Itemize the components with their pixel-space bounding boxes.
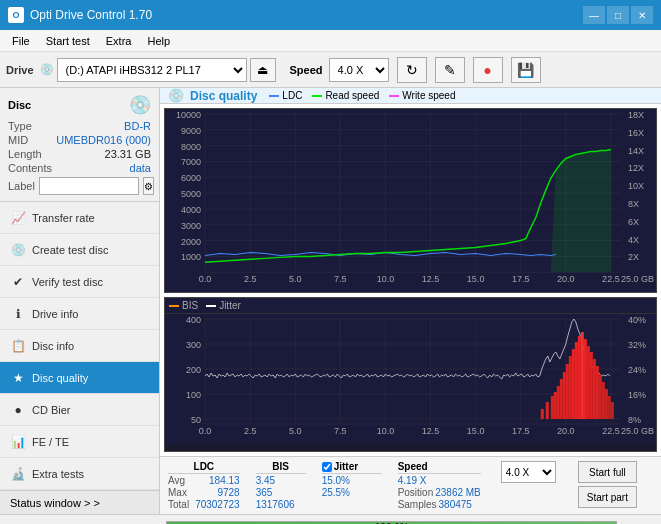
drive-label: Drive <box>6 64 34 76</box>
disc-label-btn[interactable]: ⚙ <box>143 177 154 195</box>
sidebar-item-create-test-disc[interactable]: 💿 Create test disc <box>0 234 159 266</box>
legend-write-speed-label: Write speed <box>402 90 455 101</box>
status-window-label: Status window > > <box>10 497 100 509</box>
legend-top: LDC Read speed Write speed <box>269 90 455 101</box>
disc-label-input[interactable] <box>39 177 139 195</box>
svg-rect-93 <box>551 396 554 419</box>
svg-rect-99 <box>569 356 572 419</box>
sidebar-item-extra-tests[interactable]: 🔬 Extra tests <box>0 458 159 490</box>
svg-text:50: 50 <box>191 415 201 425</box>
close-button[interactable]: ✕ <box>631 6 653 24</box>
speed-select[interactable]: 4.0 X 2.0 X 8.0 X <box>329 58 389 82</box>
disc-contents-row: Contents data <box>8 162 151 174</box>
stats-bar: LDC Avg 184.13 Max 9728 Total 70302723 B… <box>160 456 661 514</box>
svg-rect-100 <box>572 349 575 419</box>
minimize-button[interactable]: — <box>583 6 605 24</box>
svg-rect-101 <box>575 342 578 419</box>
test-speed-select[interactable]: 4.0 X <box>501 461 556 483</box>
extra-tests-icon: 🔬 <box>10 467 26 481</box>
svg-text:24%: 24% <box>628 365 646 375</box>
disc-length-val: 23.31 GB <box>105 148 151 160</box>
sidebar-nav: 📈 Transfer rate 💿 Create test disc ✔ Ver… <box>0 202 159 490</box>
progress-bar: 100.0% <box>166 521 617 525</box>
ldc-avg: 184.13 <box>209 475 240 486</box>
samples-row: Samples 380475 <box>398 499 481 510</box>
title-bar: O Opti Drive Control 1.70 — □ ✕ <box>0 0 661 30</box>
svg-rect-112 <box>608 396 611 419</box>
main-layout: Disc 💿 Type BD-R MID UMEBDR016 (000) Len… <box>0 88 661 514</box>
sidebar-item-verify-test-disc[interactable]: ✔ Verify test disc <box>0 266 159 298</box>
sidebar-item-drive-info[interactable]: ℹ Drive info <box>0 298 159 330</box>
eject-button[interactable]: ⏏ <box>250 58 276 82</box>
svg-rect-103 <box>581 332 584 419</box>
disc-mid-val: UMEBDR016 (000) <box>56 134 151 146</box>
disc-panel: Disc 💿 Type BD-R MID UMEBDR016 (000) Len… <box>0 88 159 202</box>
color-button[interactable]: ● <box>473 57 503 83</box>
legend-ldc: LDC <box>269 90 302 101</box>
cd-bier-icon: ● <box>10 403 26 417</box>
svg-text:40%: 40% <box>628 315 646 325</box>
bis-total: 1317606 <box>256 499 295 510</box>
svg-text:2X: 2X <box>628 252 639 262</box>
svg-text:0.0: 0.0 <box>199 274 212 284</box>
save-button[interactable]: 💾 <box>511 57 541 83</box>
svg-text:3000: 3000 <box>181 221 201 231</box>
svg-text:7.5: 7.5 <box>334 426 347 436</box>
svg-text:1000: 1000 <box>181 252 201 262</box>
bis-legend-label: BIS <box>182 300 198 311</box>
disc-type-row: Type BD-R <box>8 120 151 132</box>
start-full-button[interactable]: Start full <box>578 461 637 483</box>
disc-type-val: BD-R <box>124 120 151 132</box>
content-title: Disc quality <box>190 89 257 103</box>
svg-text:25.0 GB: 25.0 GB <box>621 274 654 284</box>
ldc-header: LDC <box>168 461 240 474</box>
disc-quality-label: Disc quality <box>32 372 88 384</box>
svg-text:15.0: 15.0 <box>467 426 485 436</box>
svg-text:20.0: 20.0 <box>557 274 575 284</box>
samples-val: 380475 <box>439 499 472 510</box>
menu-start-test[interactable]: Start test <box>38 33 98 49</box>
refresh-button[interactable]: ↻ <box>397 57 427 83</box>
sidebar-item-transfer-rate[interactable]: 📈 Transfer rate <box>0 202 159 234</box>
cd-bier-label: CD Bier <box>32 404 71 416</box>
menu-extra[interactable]: Extra <box>98 33 140 49</box>
svg-text:2000: 2000 <box>181 237 201 247</box>
svg-rect-104 <box>584 339 587 419</box>
svg-rect-110 <box>602 382 605 419</box>
sidebar-item-fe-te[interactable]: 📊 FE / TE <box>0 426 159 458</box>
svg-text:32%: 32% <box>628 340 646 350</box>
speed-stat-header: Speed <box>398 461 481 474</box>
sidebar-item-disc-quality[interactable]: ★ Disc quality <box>0 362 159 394</box>
jitter-header: Jitter <box>334 461 358 472</box>
sidebar-item-cd-bier[interactable]: ● CD Bier <box>0 394 159 426</box>
disc-panel-header: Disc 💿 <box>8 94 151 116</box>
svg-text:10X: 10X <box>628 181 644 191</box>
sidebar-item-disc-info[interactable]: 📋 Disc info <box>0 330 159 362</box>
bis-jitter-chart: BIS Jitter <box>164 297 657 452</box>
svg-text:12X: 12X <box>628 163 644 173</box>
disc-label-label: Label <box>8 180 35 192</box>
svg-rect-105 <box>587 346 590 419</box>
svg-text:100: 100 <box>186 390 201 400</box>
title-bar-left: O Opti Drive Control 1.70 <box>8 7 152 23</box>
menu-help[interactable]: Help <box>139 33 178 49</box>
speed-label: Speed <box>290 64 323 76</box>
bis-max: 365 <box>256 487 273 498</box>
svg-rect-109 <box>599 374 602 419</box>
maximize-button[interactable]: □ <box>607 6 629 24</box>
svg-text:16X: 16X <box>628 128 644 138</box>
jitter-checkbox[interactable] <box>322 462 332 472</box>
svg-text:15.0: 15.0 <box>467 274 485 284</box>
drive-info-label: Drive info <box>32 308 78 320</box>
disc-length-label: Length <box>8 148 42 160</box>
edit-button[interactable]: ✎ <box>435 57 465 83</box>
start-part-button[interactable]: Start part <box>578 486 637 508</box>
svg-text:14X: 14X <box>628 146 644 156</box>
drive-select[interactable]: (D:) ATAPI iHBS312 2 PL17 <box>57 58 247 82</box>
ldc-chart: 10000 9000 8000 7000 6000 5000 4000 3000… <box>164 108 657 293</box>
speed-val: 4.19 X <box>398 475 481 486</box>
charts-area: 10000 9000 8000 7000 6000 5000 4000 3000… <box>160 104 661 456</box>
menu-file[interactable]: File <box>4 33 38 49</box>
legend-ldc-label: LDC <box>282 90 302 101</box>
status-window-button[interactable]: Status window > > <box>0 490 159 514</box>
